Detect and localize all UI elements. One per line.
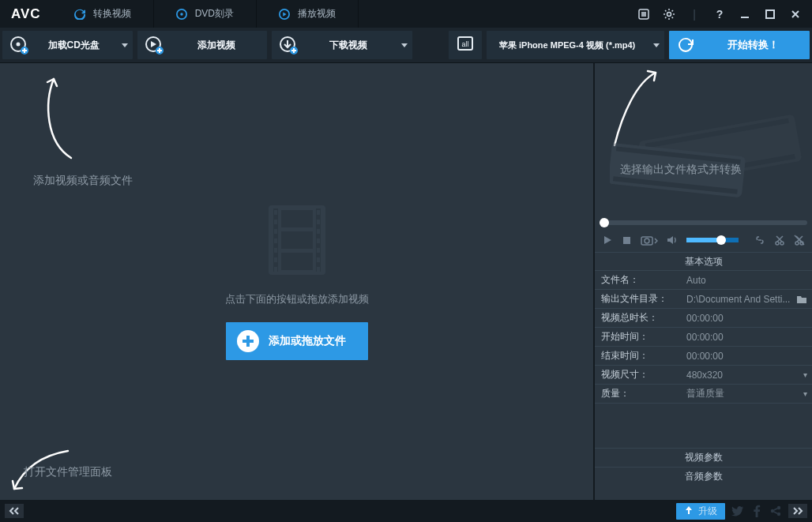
statusbar: 升级 — [0, 500, 812, 522]
snapshot-button[interactable] — [641, 234, 659, 246]
seek-bar[interactable] — [595, 217, 812, 228]
button-label: 加载CD光盘 — [31, 39, 117, 52]
chevron-down-icon — [648, 31, 664, 59]
plus-icon — [237, 330, 259, 352]
chevron-down-icon: ▾ — [803, 389, 807, 398]
tab-dvd[interactable]: DVD刻录 — [154, 0, 257, 28]
svg-rect-20 — [281, 231, 313, 249]
svg-point-4 — [667, 12, 671, 16]
close-icon[interactable] — [787, 6, 804, 23]
refresh-icon — [74, 9, 85, 20]
play-icon — [279, 9, 290, 20]
profile-manager-button[interactable]: all — [449, 31, 482, 59]
cut-icon[interactable] — [774, 234, 786, 246]
maximize-icon[interactable] — [761, 6, 779, 23]
profile-label: 苹果 iPhone MPEG-4 视频 (*.mp4) — [487, 39, 648, 51]
prop-key: 输出文件目录： — [595, 290, 682, 308]
basic-options-grid: 文件名：Auto 输出文件目录：D:\Document And Setti...… — [595, 271, 812, 404]
output-profile-button[interactable]: 苹果 iPhone MPEG-4 视频 (*.mp4) — [487, 31, 664, 59]
button-label: 下载视频 — [300, 39, 397, 52]
add-file-button[interactable]: 添加或拖放文件 — [226, 322, 368, 360]
prop-key: 结束时间： — [595, 347, 682, 365]
svg-rect-32 — [317, 238, 320, 243]
svg-text:all: all — [461, 40, 468, 48]
add-video-icon — [142, 33, 166, 57]
dropzone[interactable]: 点击下面的按钮或拖放添加视频 添加或拖放文件 — [0, 63, 593, 500]
app-logo: AVC — [0, 6, 52, 22]
convert-icon — [674, 33, 697, 57]
twitter-icon[interactable] — [731, 505, 744, 517]
annotation-add-files: 添加视频或音频文件 — [33, 174, 133, 188]
svg-rect-5 — [741, 17, 749, 18]
volume-icon[interactable] — [667, 234, 679, 246]
link-icon[interactable] — [754, 234, 766, 246]
svg-point-8 — [17, 43, 21, 47]
prop-value[interactable]: 普通质量▾ — [682, 385, 812, 403]
basic-options-header: 基本选项 — [595, 252, 812, 271]
cut-disabled-icon[interactable] — [794, 234, 806, 246]
tab-convert[interactable]: 转换视频 — [52, 0, 154, 28]
prop-value[interactable]: 00:00:00 — [682, 347, 812, 365]
dropzone-hint: 点击下面的按钮或拖放添加视频 — [225, 292, 369, 306]
svg-rect-30 — [317, 220, 320, 224]
annotation-output-format: 选择输出文件格式并转换 — [620, 163, 742, 177]
prop-row: 视频尺寸：480x320▾ — [595, 366, 812, 385]
svg-rect-33 — [317, 248, 320, 253]
svg-rect-27 — [274, 257, 277, 262]
upgrade-button[interactable]: 升级 — [676, 503, 725, 520]
start-convert-button[interactable]: 开始转换！ — [669, 31, 810, 59]
prop-row: 质量：普通质量▾ — [595, 385, 812, 404]
svg-rect-26 — [274, 248, 277, 253]
svg-rect-19 — [281, 210, 313, 227]
main-area: 添加视频或音频文件 点击下面的按钮或拖放添加视频 添加或拖放文件 打开文件管理面… — [0, 63, 812, 500]
main-tabs: 转换视频 DVD刻录 播放视频 — [52, 0, 359, 28]
play-button[interactable] — [601, 234, 613, 246]
chevron-down-icon — [397, 31, 412, 59]
facebook-icon[interactable] — [750, 505, 763, 517]
prop-value[interactable]: Auto — [682, 271, 812, 289]
browse-icon[interactable] — [796, 295, 807, 304]
upgrade-icon — [684, 505, 694, 517]
collapse-right-button[interactable] — [788, 504, 807, 518]
video-params-header[interactable]: 视频参数 — [595, 448, 812, 467]
download-icon — [276, 33, 300, 57]
svg-rect-28 — [274, 267, 277, 272]
volume-slider[interactable] — [686, 238, 739, 242]
tab-play[interactable]: 播放视频 — [257, 0, 359, 28]
prop-value[interactable]: 00:00:00 — [682, 328, 812, 346]
preview-controls — [595, 228, 812, 252]
prop-row: 文件名：Auto — [595, 271, 812, 290]
svg-rect-42 — [623, 237, 630, 244]
add-video-button[interactable]: 添加视频 — [137, 31, 268, 59]
button-label: 添加视频 — [166, 39, 268, 52]
download-video-button[interactable]: 下载视频 — [272, 31, 412, 59]
load-disc-button[interactable]: 加载CD光盘 — [2, 31, 133, 59]
prop-row: 输出文件目录：D:\Document And Setti... — [595, 290, 812, 309]
svg-rect-31 — [317, 229, 320, 234]
chevron-down-icon: ▾ — [803, 370, 807, 379]
svg-rect-35 — [317, 267, 320, 272]
stop-button[interactable] — [621, 234, 633, 246]
tab-label: DVD刻录 — [195, 7, 234, 21]
toolbar: 加载CD光盘 添加视频 下载视频 all 苹果 iPhone MPEG-4 视频… — [0, 28, 812, 63]
options-icon[interactable] — [635, 6, 652, 23]
volume-thumb[interactable] — [716, 235, 726, 245]
share-icon[interactable] — [769, 505, 782, 517]
svg-rect-21 — [281, 253, 313, 270]
svg-point-44 — [645, 238, 649, 243]
tab-label: 转换视频 — [93, 7, 131, 21]
button-label: 开始转换！ — [697, 38, 810, 52]
prop-key: 开始时间： — [595, 328, 682, 346]
seek-thumb[interactable] — [600, 218, 609, 227]
prop-value[interactable]: D:\Document And Setti... — [682, 290, 812, 308]
settings-icon[interactable] — [660, 6, 678, 23]
help-icon[interactable]: ? — [711, 6, 728, 23]
prop-value[interactable]: 480x320▾ — [682, 366, 812, 384]
audio-params-header[interactable]: 音频参数 — [595, 467, 812, 486]
all-formats-icon: all — [455, 33, 476, 57]
minimize-icon[interactable] — [736, 6, 754, 23]
prop-row: 结束时间：00:00:00 — [595, 347, 812, 366]
collapse-left-button[interactable] — [5, 504, 24, 518]
upgrade-label: 升级 — [698, 505, 717, 518]
svg-rect-34 — [317, 257, 320, 262]
